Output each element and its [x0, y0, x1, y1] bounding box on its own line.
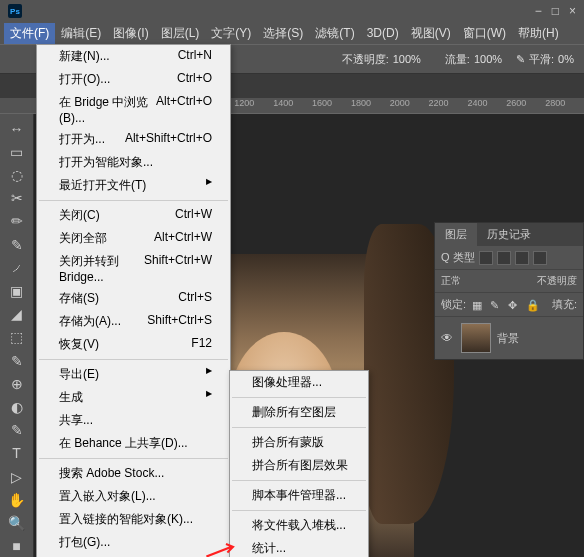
opacity-label: 不透明度: — [342, 52, 389, 67]
titlebar: Ps − □ × — [0, 0, 584, 22]
fill-label: 填充: — [552, 297, 577, 312]
minimize-button[interactable]: − — [535, 4, 542, 18]
smooth-value[interactable]: 0% — [558, 53, 574, 65]
menu-item[interactable]: 编辑(E) — [55, 23, 107, 44]
submenu-item[interactable]: 图像处理器... — [230, 371, 368, 394]
menu-item[interactable]: 关闭并转到 Bridge...Shift+Ctrl+W — [37, 250, 230, 287]
submenu-item[interactable]: 删除所有空图层 — [230, 401, 368, 424]
annotation-arrow — [205, 542, 240, 557]
flow-label: 流量: — [445, 52, 470, 67]
menu-item[interactable]: 最近打开文件(T) — [37, 174, 230, 197]
filter-shape-icon[interactable] — [533, 251, 547, 265]
lock-position-icon[interactable]: ✥ — [508, 299, 520, 311]
layer-thumbnail[interactable] — [461, 323, 491, 353]
tool-button[interactable]: ▭ — [5, 141, 29, 162]
tool-button[interactable]: ✋ — [5, 489, 29, 510]
tool-button[interactable]: ✏ — [5, 211, 29, 232]
menu-item[interactable]: 共享... — [37, 409, 230, 432]
menu-item[interactable]: 置入链接的智能对象(K)... — [37, 508, 230, 531]
menu-item[interactable]: 文件(F) — [4, 23, 55, 44]
layer-row[interactable]: 👁 背景 — [435, 317, 583, 359]
menu-item[interactable]: 图像(I) — [107, 23, 154, 44]
menu-item[interactable]: 生成 — [37, 386, 230, 409]
menu-item[interactable]: 滤镜(T) — [309, 23, 360, 44]
menu-item[interactable]: 在 Bridge 中浏览(B)...Alt+Ctrl+O — [37, 91, 230, 128]
menu-item[interactable]: 选择(S) — [257, 23, 309, 44]
menu-item[interactable]: 文字(Y) — [205, 23, 257, 44]
menu-item[interactable]: 打开为智能对象... — [37, 151, 230, 174]
lock-all-icon[interactable]: 🔒 — [526, 299, 538, 311]
tool-button[interactable]: ◌ — [5, 164, 29, 185]
layer-name[interactable]: 背景 — [497, 331, 519, 346]
layers-panel: 图层 历史记录 Q 类型 正常 不透明度 锁定: ▦ ✎ ✥ 🔒 填充: 👁 背… — [434, 222, 584, 360]
tool-button[interactable]: ■ — [5, 536, 29, 557]
menu-item[interactable]: 存储为(A)...Shift+Ctrl+S — [37, 310, 230, 333]
menu-item[interactable]: 存储(S)Ctrl+S — [37, 287, 230, 310]
menu-item[interactable]: 在 Behance 上共享(D)... — [37, 432, 230, 455]
opacity-value[interactable]: 100% — [393, 53, 421, 65]
tool-button[interactable]: ✎ — [5, 420, 29, 441]
menu-item[interactable]: 3D(D) — [361, 24, 405, 42]
tool-button[interactable]: ✂ — [5, 188, 29, 209]
lock-label: 锁定: — [441, 297, 466, 312]
blend-mode[interactable]: 正常 — [441, 274, 461, 288]
filter-type-icon[interactable] — [515, 251, 529, 265]
submenu-item[interactable]: 拼合所有蒙版 — [230, 431, 368, 454]
menu-item[interactable]: 关闭(C)Ctrl+W — [37, 204, 230, 227]
tool-button[interactable]: T — [5, 443, 29, 464]
tool-button[interactable]: ▷ — [5, 466, 29, 487]
menu-item[interactable]: 新建(N)...Ctrl+N — [37, 45, 230, 68]
scripts-submenu: 图像处理器...删除所有空图层拼合所有蒙版拼合所有图层效果脚本事件管理器...将… — [229, 370, 369, 557]
tool-button[interactable]: ⟋ — [5, 257, 29, 278]
menu-item[interactable]: 打开(O)...Ctrl+O — [37, 68, 230, 91]
tool-button[interactable]: ↔ — [5, 118, 29, 139]
close-button[interactable]: × — [569, 4, 576, 18]
submenu-item[interactable]: 脚本事件管理器... — [230, 484, 368, 507]
lock-pixels-icon[interactable]: ✎ — [490, 299, 502, 311]
menu-item[interactable]: 置入嵌入对象(L)... — [37, 485, 230, 508]
filter-kind-label: Q 类型 — [441, 250, 475, 265]
file-menu-dropdown: 新建(N)...Ctrl+N打开(O)...Ctrl+O在 Bridge 中浏览… — [36, 44, 231, 557]
menu-item[interactable]: 帮助(H) — [512, 23, 565, 44]
menu-item[interactable]: 导出(E) — [37, 363, 230, 386]
menu-item[interactable]: 关闭全部Alt+Ctrl+W — [37, 227, 230, 250]
menu-item[interactable]: 窗口(W) — [457, 23, 512, 44]
maximize-button[interactable]: □ — [552, 4, 559, 18]
filter-adjust-icon[interactable] — [497, 251, 511, 265]
menubar: 文件(F)编辑(E)图像(I)图层(L)文字(Y)选择(S)滤镜(T)3D(D)… — [0, 22, 584, 44]
smooth-label: 平滑: — [529, 52, 554, 67]
tool-button[interactable]: ◢ — [5, 304, 29, 325]
tab-history[interactable]: 历史记录 — [477, 223, 541, 246]
menu-item[interactable]: 打开为...Alt+Shift+Ctrl+O — [37, 128, 230, 151]
lock-transparency-icon[interactable]: ▦ — [472, 299, 484, 311]
tool-button[interactable]: ▣ — [5, 280, 29, 301]
submenu-item[interactable]: 统计... — [230, 537, 368, 557]
menu-item[interactable]: 恢复(V)F12 — [37, 333, 230, 356]
layer-opacity-label: 不透明度 — [537, 274, 577, 288]
flow-value[interactable]: 100% — [474, 53, 502, 65]
tool-button[interactable]: ✎ — [5, 350, 29, 371]
tool-button[interactable]: ◐ — [5, 396, 29, 417]
visibility-icon[interactable]: 👁 — [441, 331, 455, 345]
tools-panel: ↔▭◌✂✏✎⟋▣◢⬚✎⊕◐✎T▷✋🔍■ — [0, 114, 34, 557]
tab-layers[interactable]: 图层 — [435, 223, 477, 246]
tool-button[interactable]: 🔍 — [5, 512, 29, 533]
tool-button[interactable]: ✎ — [5, 234, 29, 255]
tool-button[interactable]: ⊕ — [5, 373, 29, 394]
ps-logo: Ps — [8, 4, 22, 18]
menu-item[interactable]: 图层(L) — [155, 23, 206, 44]
menu-item[interactable]: 视图(V) — [405, 23, 457, 44]
menu-item[interactable]: 打包(G)... — [37, 531, 230, 554]
submenu-item[interactable]: 拼合所有图层效果 — [230, 454, 368, 477]
submenu-item[interactable]: 将文件载入堆栈... — [230, 514, 368, 537]
filter-pixel-icon[interactable] — [479, 251, 493, 265]
tool-button[interactable]: ⬚ — [5, 327, 29, 348]
menu-item[interactable]: 搜索 Adobe Stock... — [37, 462, 230, 485]
